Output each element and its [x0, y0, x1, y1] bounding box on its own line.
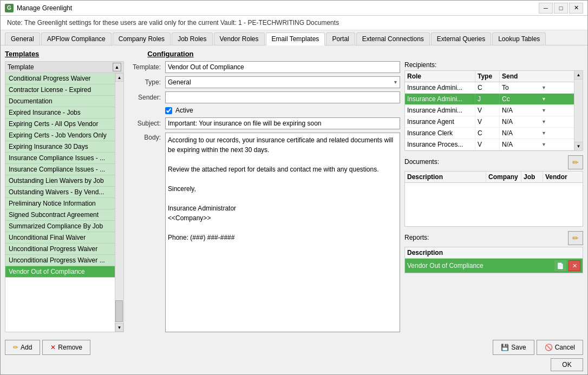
doc-col-description: Description [405, 172, 486, 182]
templates-panel: Template ▲ Conditional Progress Waiver C… [5, 61, 124, 332]
template-item-11[interactable]: Preliminary Notice Information [5, 198, 115, 209]
template-list-items: Conditional Progress Waiver Contractor L… [5, 73, 115, 332]
templates-scrollbar: ▲ ▼ [115, 73, 123, 332]
template-item-2[interactable]: Documentation [5, 96, 115, 107]
template-item-6[interactable]: Expiring Insurance 30 Days [5, 141, 115, 153]
section-headers: Templates Configuration [5, 50, 583, 61]
report-delete-button[interactable]: ✕ [569, 260, 580, 271]
report-description-0: Vendor Out of Compliance [407, 262, 552, 269]
config-panel: Template: Type: General Specific Custom [128, 61, 400, 332]
ok-button[interactable]: OK [551, 358, 583, 371]
reports-edit-button[interactable]: ✏ [568, 231, 583, 245]
sender-input[interactable] [165, 91, 400, 103]
cancel-icon: 🚫 [545, 344, 553, 351]
tab-external-queries[interactable]: External Queries [431, 32, 491, 45]
template-item-12[interactable]: Signed Subcontract Agreement [5, 209, 115, 221]
active-checkbox[interactable] [165, 107, 172, 114]
template-name-input[interactable] [165, 61, 400, 73]
tab-general[interactable]: General [5, 32, 40, 45]
subject-label: Subject: [128, 120, 161, 127]
recipients-scroll-up[interactable]: ▲ [574, 71, 583, 80]
list-scroll-track [115, 82, 123, 323]
recipient-send-5: N/A ▼ [500, 139, 548, 150]
col-send: Send [500, 71, 548, 82]
template-item-8[interactable]: Insurance Compliance Issues - ... [5, 164, 115, 175]
tab-company-roles[interactable]: Company Roles [113, 32, 171, 45]
scroll-up-button[interactable]: ▲ [113, 63, 121, 71]
templates-col-header: Template [8, 63, 34, 71]
recipient-role-3: Insurance Agent [405, 116, 475, 127]
save-button[interactable]: 💾 Save [493, 340, 534, 355]
template-item-16[interactable]: Unconditional Progress Waiver ... [5, 255, 115, 266]
recipient-row-0: Insurance Admini... C To ▼ [405, 82, 574, 94]
reports-section: Reports: ✏ Description Vendor Out of Com… [404, 231, 583, 273]
tab-lookup-tables[interactable]: Lookup Tables [492, 32, 546, 45]
templates-section-title: Templates [5, 50, 39, 58]
type-select[interactable]: General Specific Custom [165, 76, 400, 88]
recipient-role-4: Insurance Clerk [405, 128, 475, 139]
recipients-section: Recipients: Role Type Send Insurance [404, 61, 583, 151]
window-title: Manage Greenlight [17, 4, 72, 12]
template-item-0[interactable]: Conditional Progress Waiver [5, 73, 115, 84]
recipient-type-3: V [475, 116, 500, 127]
recipients-scroll-down[interactable]: ▼ [574, 142, 583, 150]
type-row: Type: General Specific Custom [128, 76, 400, 88]
template-item-13[interactable]: Summarized Compliance By Job [5, 221, 115, 232]
template-item-4[interactable]: Expiring Certs - All Ops Vendor [5, 119, 115, 130]
template-item-10[interactable]: Outstanding Waivers - By Vend... [5, 187, 115, 198]
doc-col-job: Job [521, 172, 543, 182]
recipient-role-1: Insurance Admini... [405, 94, 475, 104]
minimize-button[interactable]: ─ [539, 3, 553, 14]
tab-portal[interactable]: Portal [326, 32, 355, 45]
recipient-send-2: N/A ▼ [500, 105, 548, 116]
bottom-right-buttons: 💾 Save 🚫 Cancel [493, 340, 583, 355]
reports-title: Reports: [404, 234, 429, 241]
remove-button[interactable]: ✕ Remove [42, 340, 90, 355]
col-type: Type [475, 71, 500, 82]
template-item-9[interactable]: Outstanding Lien Waivers by Job [5, 175, 115, 187]
subject-input[interactable] [165, 117, 400, 129]
recipients-title: Recipients: [404, 61, 583, 69]
template-item-3[interactable]: Expired Insurance - Jobs [5, 107, 115, 119]
reports-table: Description Vendor Out of Compliance 📄 ✕ [404, 247, 583, 273]
templates-list-header: Template ▲ [5, 62, 123, 73]
close-button[interactable]: ✕ [569, 3, 583, 14]
active-label: Active [175, 107, 193, 114]
active-row: Active [165, 107, 400, 114]
tab-job-roles[interactable]: Job Roles [172, 32, 212, 45]
body-textarea[interactable]: According to our records, your insurance… [165, 133, 400, 332]
col-role: Role [405, 71, 475, 82]
main-content: Template ▲ Conditional Progress Waiver C… [5, 61, 583, 332]
tab-email-templates[interactable]: Email Templates [266, 32, 325, 45]
template-item-7[interactable]: Insurance Compliance Issues - ... [5, 153, 115, 164]
tab-external-connections[interactable]: External Connections [356, 32, 430, 45]
add-button[interactable]: ✏ Add [5, 340, 40, 355]
report-delete-icon: ✕ [572, 262, 577, 269]
documents-edit-button[interactable]: ✏ [568, 155, 583, 169]
pencil-icon: ✏ [572, 158, 579, 167]
type-select-wrapper: General Specific Custom [165, 76, 400, 88]
tab-apflow[interactable]: APFlow Compliance [41, 32, 112, 45]
list-scroll-up[interactable]: ▲ [115, 73, 123, 82]
recipient-row-1: Insurance Admini... J Cc ▼ [405, 94, 574, 105]
bottom-left-buttons: ✏ Add ✕ Remove [5, 340, 90, 355]
cancel-button[interactable]: 🚫 Cancel [537, 340, 583, 355]
template-item-17[interactable]: Vendor Out of Compliance [5, 266, 115, 278]
sender-label: Sender: [128, 94, 161, 101]
config-section-title: Configuration [147, 50, 193, 58]
maximize-button[interactable]: □ [554, 3, 568, 14]
documents-title: Documents: [404, 158, 439, 166]
tab-vendor-roles[interactable]: Vendor Roles [214, 32, 265, 45]
report-edit-button[interactable]: 📄 [554, 260, 566, 271]
list-scroll-down[interactable]: ▼ [115, 323, 123, 332]
template-item-5[interactable]: Expiring Certs - Job Vendors Only [5, 130, 115, 141]
template-item-1[interactable]: Contractor License - Expired [5, 84, 115, 96]
report-row-0: Vendor Out of Compliance 📄 ✕ [405, 259, 583, 273]
cancel-label: Cancel [555, 344, 575, 351]
ok-bar: OK [1, 357, 587, 374]
recipient-send-0: To ▼ [500, 82, 548, 93]
template-item-14[interactable]: Unconditional Final Waiver [5, 232, 115, 244]
template-item-15[interactable]: Unconditional Progress Waiver [5, 244, 115, 255]
recipient-role-2: Insurance Admini... [405, 105, 475, 116]
recipient-row-5: Insurance Proces... V N/A ▼ [405, 139, 574, 150]
